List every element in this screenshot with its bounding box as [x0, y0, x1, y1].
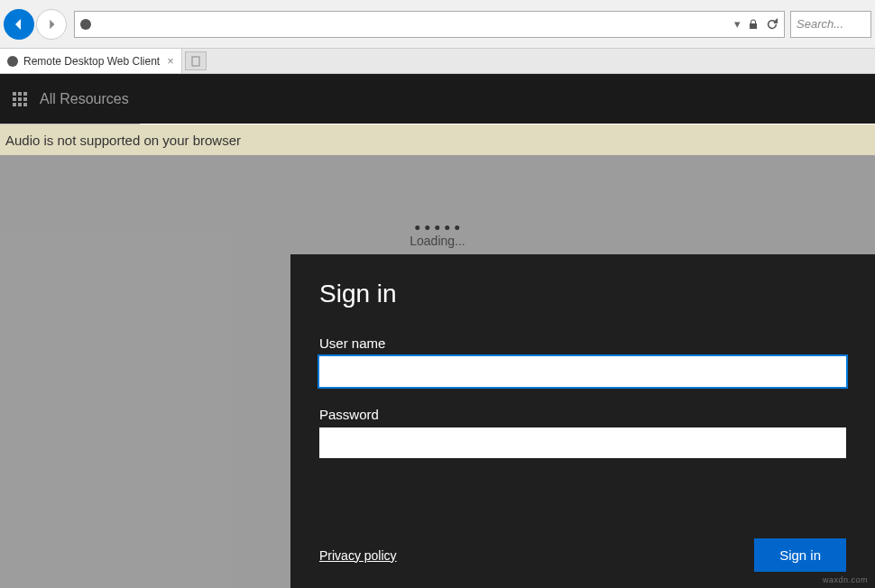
password-label: Password — [319, 407, 846, 422]
address-bar[interactable]: ▾ — [74, 11, 785, 38]
site-identity-icon — [80, 19, 91, 30]
content-area: Loading... Sign in User name Password Pr… — [0, 155, 875, 588]
tab-strip: Remote Desktop Web Client × — [0, 49, 875, 74]
arrow-left-icon — [12, 17, 26, 32]
signin-panel: Sign in User name Password Privacy polic… — [290, 254, 875, 588]
loading-dots-icon — [410, 225, 465, 230]
header-title: All Resources — [40, 91, 129, 107]
app-header: All Resources — [0, 74, 875, 124]
banner-message: Audio is not supported on your browser — [5, 133, 241, 148]
tab-close-button[interactable]: × — [167, 55, 174, 67]
arrow-right-icon — [45, 18, 58, 31]
svg-rect-0 — [192, 57, 199, 66]
username-label: User name — [319, 335, 846, 351]
signin-footer: Privacy policy Sign in — [319, 538, 846, 572]
watermark: waxdn.com — [823, 575, 868, 584]
search-placeholder: Search... — [797, 17, 843, 31]
apps-grid-icon[interactable] — [13, 92, 27, 106]
warning-banner: Audio is not supported on your browser — [0, 124, 875, 155]
username-input[interactable] — [319, 356, 846, 387]
tab-favicon-icon — [7, 56, 18, 67]
dropdown-icon[interactable]: ▾ — [734, 17, 741, 31]
lock-icon — [748, 19, 759, 30]
signin-button[interactable]: Sign in — [754, 538, 846, 572]
privacy-policy-link[interactable]: Privacy policy — [319, 548, 397, 563]
browser-toolbar: ▾ Search... — [0, 0, 875, 49]
password-input[interactable] — [319, 427, 846, 458]
browser-tab[interactable]: Remote Desktop Web Client × — [0, 49, 182, 73]
blank-page-icon — [190, 56, 201, 67]
nav-forward-button[interactable] — [36, 9, 67, 40]
new-tab-button[interactable] — [185, 51, 207, 70]
signin-title: Sign in — [319, 280, 846, 308]
loading-indicator: Loading... — [410, 225, 465, 248]
loading-text: Loading... — [410, 234, 465, 248]
browser-search-box[interactable]: Search... — [790, 11, 871, 38]
refresh-icon[interactable] — [766, 18, 778, 31]
nav-back-button[interactable] — [4, 9, 34, 40]
tab-title: Remote Desktop Web Client — [23, 55, 160, 68]
